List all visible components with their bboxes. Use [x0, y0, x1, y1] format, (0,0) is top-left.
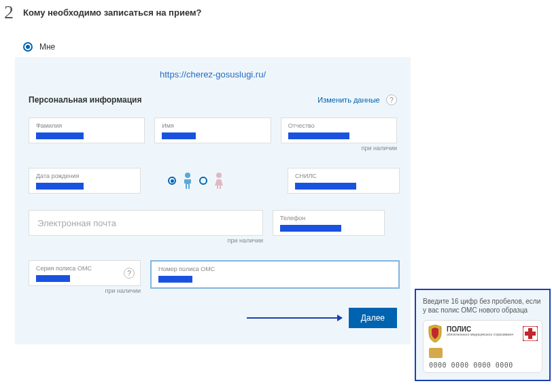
svg-rect-4: [525, 332, 536, 336]
redacted-value: [162, 132, 196, 139]
snils-label: СНИЛС: [295, 173, 392, 179]
polis-series-field[interactable]: Серия полиса ОМС ?: [29, 260, 141, 286]
radio-me-label: Мне: [39, 42, 55, 52]
name-field[interactable]: Имя: [154, 118, 271, 143]
medical-cross-icon: [523, 326, 538, 341]
svg-point-1: [216, 173, 222, 178]
radio-me[interactable]: Мне: [23, 42, 552, 52]
birthdate-field[interactable]: Дата рождения: [29, 168, 141, 194]
redacted-value: [280, 225, 341, 232]
redacted-value: [288, 132, 349, 139]
email-placeholder: Электронная почта: [37, 218, 116, 228]
arrow-annotation: [247, 317, 342, 319]
patronymic-label: Отчество: [288, 122, 390, 129]
birthdate-label: Дата рождения: [36, 173, 133, 179]
step-number: 2: [4, 1, 14, 23]
watermark-url: https://cherez-gosuslugi.ru/: [26, 69, 400, 79]
polis-number-field[interactable]: Номер полиса ОМС: [150, 260, 400, 289]
patronymic-field[interactable]: Отчество: [281, 118, 397, 143]
redacted-value: [295, 183, 356, 190]
gender-male-radio[interactable]: [168, 177, 176, 185]
polis-series-label: Серия полиса ОМС: [36, 265, 133, 272]
tooltip-text: Введите 16 цифр без пробелов, если у вас…: [423, 297, 542, 315]
change-data-link[interactable]: Изменить данные: [317, 96, 379, 104]
polis-card-illustration: ПОЛИС обязательного медицинского страхов…: [423, 320, 542, 373]
coat-of-arms-icon: [428, 325, 443, 342]
redacted-value: [36, 132, 84, 139]
section-title: Персональная информация: [29, 95, 141, 105]
name-label: Имя: [162, 122, 263, 129]
surname-label: Фамилия: [36, 122, 137, 129]
surname-field[interactable]: Фамилия: [29, 118, 145, 143]
redacted-value: [36, 183, 84, 190]
phone-label: Телефон: [280, 215, 377, 221]
step-title: Кому необходимо записаться на прием?: [23, 7, 202, 18]
polis-tooltip: Введите 16 цифр без пробелов, если у вас…: [415, 289, 551, 381]
help-icon[interactable]: ?: [386, 94, 397, 105]
next-button[interactable]: Далее: [349, 308, 397, 328]
snils-field[interactable]: СНИЛС: [288, 168, 400, 194]
phone-field[interactable]: Телефон: [273, 210, 385, 236]
gender-female-radio[interactable]: [199, 177, 207, 185]
svg-point-0: [185, 173, 190, 178]
polis-series-helper: при наличии: [29, 287, 141, 294]
redacted-value: [36, 275, 70, 282]
form-panel: https://cherez-gosuslugi.ru/ Персональна…: [15, 57, 411, 344]
redacted-value: [158, 276, 192, 283]
polis-card-subtitle: обязательного медицинского страхования: [447, 333, 513, 337]
gender-selector[interactable]: [168, 172, 225, 190]
email-helper: при наличии: [29, 237, 263, 244]
email-field[interactable]: Электронная почта: [29, 210, 263, 236]
chip-icon: [429, 348, 443, 358]
male-icon: [182, 172, 194, 190]
polis-card-digits: 0000 0000 0000 0000: [429, 361, 513, 370]
polis-number-label: Номер полиса ОМС: [158, 266, 392, 272]
patronymic-helper: при наличии: [281, 145, 397, 152]
radio-icon: [23, 42, 33, 52]
female-icon: [213, 172, 225, 190]
help-icon[interactable]: ?: [124, 268, 135, 279]
